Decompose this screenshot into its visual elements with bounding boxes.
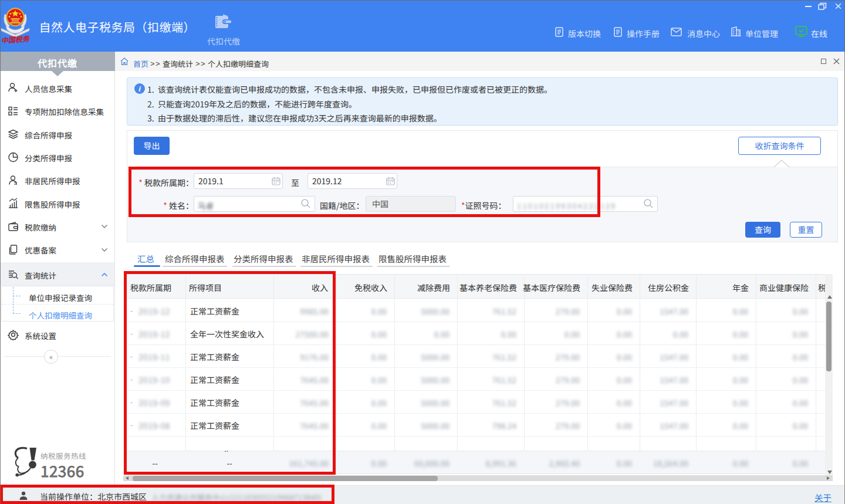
svg-text:中国税务: 中国税务: [1, 33, 31, 43]
